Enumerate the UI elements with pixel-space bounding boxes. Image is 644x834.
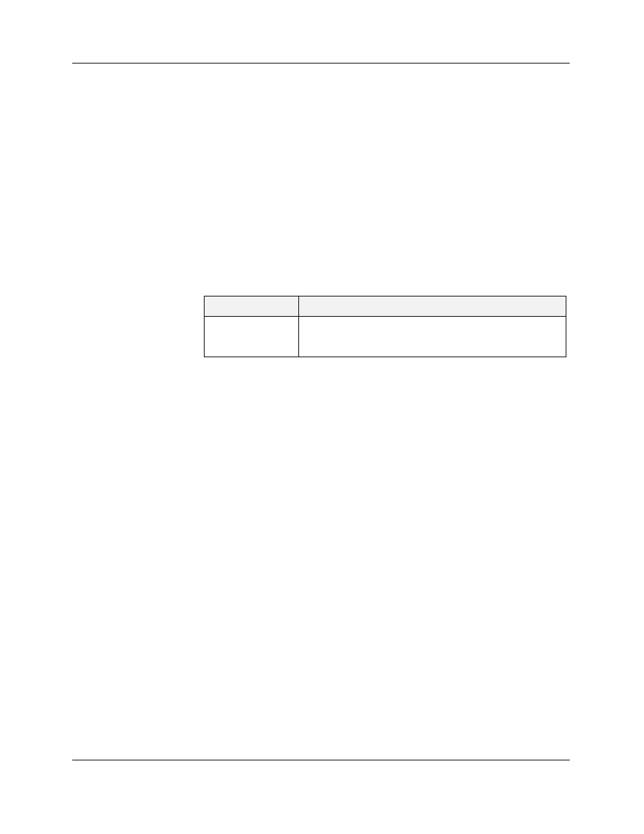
table-cell	[205, 317, 299, 357]
table-row	[205, 317, 566, 357]
table-header-row	[205, 296, 566, 317]
footer-rule	[72, 760, 570, 760]
data-table	[204, 296, 566, 357]
table-header-cell	[299, 296, 566, 317]
table-cell	[299, 317, 566, 357]
table-header-cell	[205, 296, 299, 317]
document-page	[0, 0, 644, 834]
header-rule	[72, 63, 570, 63]
